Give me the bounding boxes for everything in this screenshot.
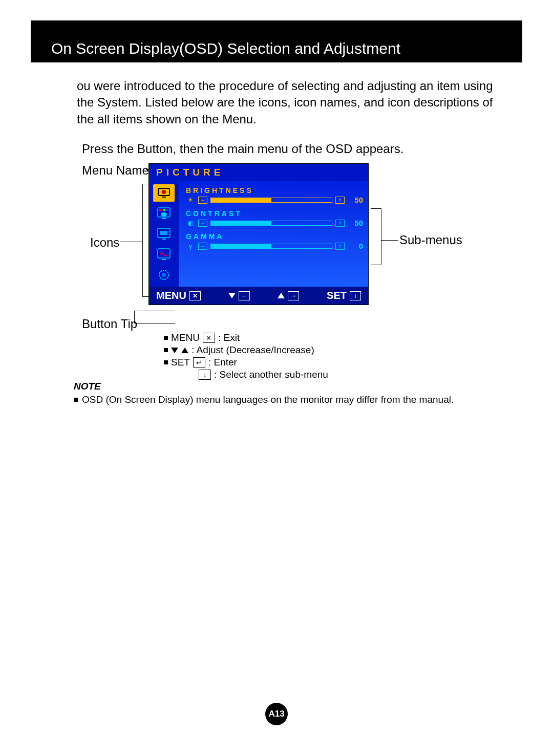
- setup-icon[interactable]: [153, 246, 175, 263]
- enter-icon: ↵: [193, 357, 205, 368]
- osd-content: BRIGHTNESS ☀ − + 50 CONTRAST ◐: [179, 181, 368, 287]
- plus-button[interactable]: +: [335, 220, 345, 227]
- connector: [120, 242, 142, 242]
- osd-item-contrast: CONTRAST ◐ − + 50: [186, 209, 363, 227]
- osd-sidebar: [149, 181, 179, 287]
- down-icon: [171, 348, 178, 353]
- osd-footer: MENU ✕ ← → SET ↓: [149, 287, 368, 305]
- svg-rect-10: [160, 231, 167, 235]
- label-button-tip: Button Tip: [82, 317, 137, 331]
- svg-point-15: [162, 273, 166, 277]
- note-label: NOTE: [74, 381, 522, 392]
- slider-value: 50: [348, 196, 363, 204]
- tracking-icon[interactable]: [153, 225, 175, 243]
- svg-rect-13: [162, 259, 166, 260]
- svg-rect-5: [163, 209, 165, 211]
- svg-rect-11: [162, 239, 166, 240]
- tip-menu-desc: : Exit: [218, 332, 240, 343]
- connector: [142, 184, 143, 296]
- minus-button[interactable]: −: [198, 220, 207, 227]
- left-arrow-icon: ←: [239, 291, 250, 300]
- bullet-icon: [164, 336, 168, 340]
- tip-set-desc: : Enter: [208, 357, 237, 368]
- label-menu-name: Menu Name: [82, 163, 149, 178]
- slider-value: 0: [348, 242, 363, 250]
- flatron-icon[interactable]: [153, 266, 175, 284]
- tip-select-desc: : Select another sub-menu: [214, 369, 328, 380]
- osd-item-label: CONTRAST: [186, 209, 363, 218]
- plus-button[interactable]: +: [335, 243, 345, 250]
- contrast-icon: ◐: [186, 219, 195, 227]
- connector: [381, 208, 381, 265]
- tip-menu-label: MENU: [171, 332, 200, 343]
- slider-value: 50: [348, 219, 363, 227]
- slider-track[interactable]: [210, 221, 332, 226]
- up-icon: [181, 348, 188, 353]
- svg-rect-12: [158, 249, 170, 258]
- plus-button[interactable]: +: [335, 197, 345, 204]
- picture-icon[interactable]: [153, 184, 175, 202]
- label-icons: Icons: [90, 235, 119, 250]
- osd-item-label: GAMMA: [186, 232, 363, 241]
- tip-adjust-desc: : Adjust (Decrease/Increase): [192, 344, 314, 356]
- down-arrow-icon: ↓: [199, 370, 211, 380]
- osd-menu: PICTURE: [148, 163, 369, 305]
- page-title: On Screen Display(OSD) Selection and Adj…: [51, 40, 400, 57]
- slider-track[interactable]: [210, 198, 332, 203]
- gamma-icon: γ: [186, 242, 195, 250]
- slider-brightness[interactable]: ☀ − + 50: [186, 196, 363, 204]
- title-bar: On Screen Display(OSD) Selection and Adj…: [31, 20, 522, 62]
- connector: [134, 311, 175, 311]
- svg-rect-8: [162, 218, 166, 219]
- intro-text: ou were introduced to the procedure of s…: [31, 78, 522, 127]
- brightness-icon: ☀: [186, 196, 195, 204]
- bullet-icon: [164, 348, 168, 352]
- osd-item-gamma: GAMMA γ − + 0: [186, 232, 363, 250]
- connector: [381, 240, 398, 241]
- bullet-icon: [74, 398, 78, 402]
- note-text: OSD (On Screen Display) menu languages o…: [82, 394, 454, 405]
- svg-rect-4: [159, 209, 162, 211]
- exit-icon: ✕: [189, 291, 201, 300]
- page-number: A13: [265, 703, 288, 725]
- connector: [371, 265, 381, 265]
- svg-point-7: [161, 212, 167, 217]
- note-section: NOTE OSD (On Screen Display) menu langua…: [74, 381, 522, 405]
- connector: [134, 311, 135, 323]
- tip-set-label: SET: [171, 357, 190, 368]
- svg-rect-2: [162, 197, 166, 198]
- osd-item-label: BRIGHTNESS: [186, 186, 363, 195]
- menu-button-label[interactable]: MENU: [156, 290, 186, 301]
- right-arrow-icon: →: [288, 291, 299, 300]
- connector: [134, 323, 175, 323]
- button-tips: MENU ✕ : Exit : Adjust (Decrease/Increas…: [164, 332, 328, 381]
- press-instruction: Press the Button, then the main menu of …: [31, 142, 522, 156]
- svg-point-1: [162, 190, 166, 194]
- svg-rect-6: [166, 209, 168, 211]
- osd-menu-title: PICTURE: [149, 164, 368, 181]
- minus-button[interactable]: −: [198, 243, 207, 250]
- color-icon[interactable]: [153, 205, 175, 222]
- slider-track[interactable]: [210, 244, 332, 249]
- set-button-label[interactable]: SET: [327, 290, 347, 301]
- up-icon[interactable]: [278, 293, 285, 298]
- slider-gamma[interactable]: γ − + 0: [186, 242, 363, 250]
- bullet-icon: [164, 360, 168, 364]
- down-arrow-icon: ↓: [350, 291, 361, 300]
- osd-item-brightness: BRIGHTNESS ☀ − + 50: [186, 186, 363, 204]
- minus-button[interactable]: −: [198, 197, 207, 204]
- exit-icon: ✕: [203, 333, 215, 343]
- slider-contrast[interactable]: ◐ − + 50: [186, 219, 363, 227]
- down-icon[interactable]: [228, 293, 236, 298]
- label-sub-menus: Sub-menus: [399, 233, 462, 247]
- connector: [371, 208, 381, 209]
